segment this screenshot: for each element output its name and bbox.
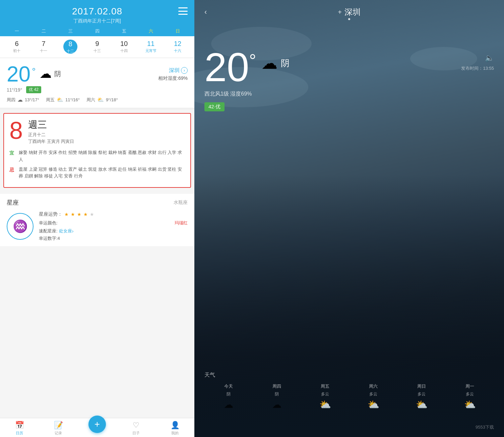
add-city-icon[interactable]: + <box>338 8 342 16</box>
back-button[interactable]: ‹ <box>204 8 207 16</box>
forecast-sat: 周六 ⛅ 9°/18° <box>86 97 118 103</box>
aqi-badge: 优 42 <box>26 86 41 93</box>
date-11[interactable]: 11 元宵节 <box>137 40 164 54</box>
left-panel: 2017.02.08 丁酉鸡年正月十二[7周] 一 二 三 四 五 六 日 6 … <box>0 0 194 437</box>
zodiac-info: 星座运势： ★ ★ ★ ★ ★ 幸运颜色: 玛瑙红 速配星座: 处女座 › <box>39 211 188 241</box>
mine-nav-icon: 👤 <box>171 421 180 430</box>
forecast-day-thu: 周四 阴 ☁ <box>253 383 301 410</box>
days-nav-icon: ♡ <box>133 421 139 430</box>
forecast-thu-icon: ☁ <box>272 399 281 410</box>
weather-temp: 20 <box>7 63 30 85</box>
date-6[interactable]: 6 初十 <box>3 40 30 54</box>
right-temp: 20 <box>204 47 249 87</box>
degree-symbol: ° <box>32 66 36 77</box>
weather-cloud-icon: ☁ <box>40 67 52 81</box>
forecast-day-sat: 周六 多云 ⛅ <box>349 383 397 410</box>
date-9[interactable]: 9 十三 <box>84 40 111 54</box>
nav-days[interactable]: ♡ 日子 <box>117 421 155 436</box>
calendar-nav-icon: 📅 <box>15 421 24 430</box>
nav-calendar[interactable]: 📅 日历 <box>0 421 39 436</box>
menu-button[interactable] <box>178 7 188 15</box>
detail-ganzhi: 丁酉鸡年 王寅月 丙寅日 <box>28 139 74 145</box>
yi-row: 宜 嫁娶 纳财 开市 安床 作灶 招赞 纳婿 除服 祭祀 栽种 纳畜 斋醮 恩赦… <box>9 149 185 163</box>
match-row: 速配星座: 处女座 › <box>39 228 188 234</box>
right-desc-row: ☁ 阴 <box>261 54 290 72</box>
temp-range: 11°/19° <box>7 87 22 93</box>
date-12[interactable]: 12 十六 <box>164 40 191 54</box>
match-value[interactable]: 处女座 › <box>59 228 74 234</box>
right-panel: ‹ + 深圳 20 ° ☁ 阴 西北风1级 湿度69% 42·优 🔈 发布时间：… <box>194 0 504 437</box>
mine-nav-label: 我的 <box>171 431 179 436</box>
detail-day-num: 8 <box>9 118 23 143</box>
temp-row: 20 ° ☁ 阴 <box>204 47 494 87</box>
right-desc: 阴 <box>281 57 290 69</box>
detail-lunar-date: 正月十二 <box>28 132 74 138</box>
right-cloud-icon: ☁ <box>261 54 277 72</box>
color-label: 幸运颜色: <box>39 220 58 226</box>
fortune-row: 星座运势： ★ ★ ★ ★ ★ <box>39 211 188 217</box>
right-degree: ° <box>249 50 256 70</box>
weekday-mon: 一 <box>3 28 30 34</box>
star-1: ★ <box>64 212 69 217</box>
add-city-row: + 深圳 <box>338 7 361 17</box>
zodiac-body: ♒ 星座运势： ★ ★ ★ ★ ★ 幸运颜色: 玛瑙红 速配星座: 处 <box>7 211 188 241</box>
match-label: 速配星座: <box>39 228 58 234</box>
nav-mine[interactable]: 👤 我的 <box>155 421 194 436</box>
date-7[interactable]: 7 十一 <box>30 40 57 54</box>
star-2: ★ <box>71 212 75 217</box>
forecast-mon-icon: ⛅ <box>464 399 476 410</box>
forecast-title: 天气 <box>204 372 494 379</box>
nav-notes[interactable]: 📝 记录 <box>39 421 78 436</box>
header-date: 2017.02.08 <box>7 6 188 17</box>
forecast-day-sun: 周日 多云 ⛅ <box>397 383 446 410</box>
days-nav-label: 日子 <box>132 431 140 436</box>
lucky-num: 幸运数字:4 <box>39 235 188 241</box>
detail-info: 週三 正月十二 丁酉鸡年 王寅月 丙寅日 <box>28 118 74 145</box>
forecast-row: 今天 阴 ☁ 周四 阴 ☁ 周五 多云 ⛅ 周六 多云 ⛅ 周日 多云 <box>204 383 494 410</box>
weather-city[interactable]: 深圳 › <box>158 67 188 74</box>
weather-main-display: 20 ° ☁ 阴 西北风1级 湿度69% 42·优 <box>204 47 494 111</box>
nav-add[interactable]: + <box>78 421 117 436</box>
weekday-row: 一 二 三 四 五 六 日 <box>0 28 194 36</box>
zodiac-section: 星座 水瓶座 ♒ 星座运势： ★ ★ ★ ★ ★ 幸运颜色: 玛瑙红 速 <box>0 194 194 246</box>
publish-time: 发布时间：13:55 <box>461 65 494 71</box>
notes-nav-icon: 📝 <box>54 421 63 430</box>
weekday-fri: 五 <box>111 28 137 34</box>
weather-humidity: 相对湿度:69% <box>158 75 188 81</box>
date-10[interactable]: 10 十四 <box>111 40 137 54</box>
ji-content: 盖屋 上梁 冠笄 修造 动土 置产 破土 筑堤 放水 求医 赴任 纳采 祈福 求… <box>19 166 185 180</box>
forecast-day-today: 今天 阴 ☁ <box>204 383 253 410</box>
star-3: ★ <box>77 212 81 217</box>
zodiac-title: 星座 <box>7 199 19 207</box>
add-button[interactable]: + <box>88 416 106 433</box>
yi-content: 嫁娶 纳财 开市 安床 作灶 招赞 纳婿 除服 祭祀 栽种 纳畜 斋醮 恩赦 求… <box>19 149 185 163</box>
yi-label: 宜 <box>9 149 15 163</box>
fortune-label: 星座运势： <box>39 211 62 217</box>
forecast-sat-icon: ⛅ <box>368 399 379 410</box>
date-8-today[interactable]: 8 十二 <box>57 40 84 54</box>
right-aqi: 42·优 <box>204 102 225 111</box>
calendar-nav-label: 日历 <box>16 431 23 436</box>
city-arrow[interactable]: › <box>181 67 188 74</box>
speaker-icon[interactable]: 🔈 <box>485 54 494 62</box>
weekday-thu: 四 <box>84 28 111 34</box>
weekday-tue: 二 <box>30 28 57 34</box>
cal-detail-header: 8 週三 正月十二 丁酉鸡年 王寅月 丙寅日 <box>9 118 185 145</box>
forecast-sun-icon: ⛅ <box>416 399 428 410</box>
ji-label: 忌 <box>9 166 15 180</box>
sat-icon: ⛅ <box>97 97 104 103</box>
weekday-sun: 日 <box>164 28 191 34</box>
zodiac-emblem: ♒ <box>7 213 34 240</box>
weather-description: 阴 <box>54 69 61 78</box>
weather-top-bar: ‹ + 深圳 <box>194 0 504 24</box>
thu-icon: ☁ <box>17 97 23 103</box>
city-dot <box>348 18 350 20</box>
bottom-nav: 📅 日历 📝 记录 + ♡ 日子 👤 我的 <box>0 418 194 437</box>
weather-section: 20 ° ☁ 阴 深圳 › 相对湿度:69% 11°/19° 优 42 周四 <box>0 58 194 110</box>
color-value: 玛瑙红 <box>175 220 188 226</box>
star-4: ★ <box>83 212 88 217</box>
forecast-fri-icon: ⛅ <box>319 399 331 410</box>
forecast-day-mon: 周一 多云 ⛅ <box>446 383 494 410</box>
forecast-today-icon: ☁ <box>224 399 233 410</box>
weather-forecast-section: 天气 今天 阴 ☁ 周四 阴 ☁ 周五 多云 ⛅ 周六 多云 ⛅ <box>194 372 504 410</box>
